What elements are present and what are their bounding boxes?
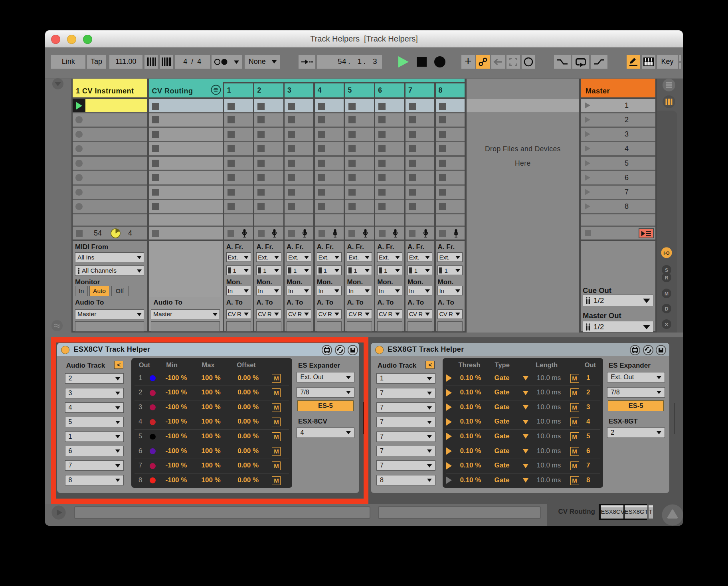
svg-text:R: R (665, 275, 669, 280)
svg-text:D: D (665, 306, 669, 312)
svg-text:M: M (665, 291, 669, 297)
svg-text:✕: ✕ (665, 322, 669, 327)
svg-text:I·O: I·O (663, 250, 670, 255)
svg-text:S: S (665, 267, 668, 273)
